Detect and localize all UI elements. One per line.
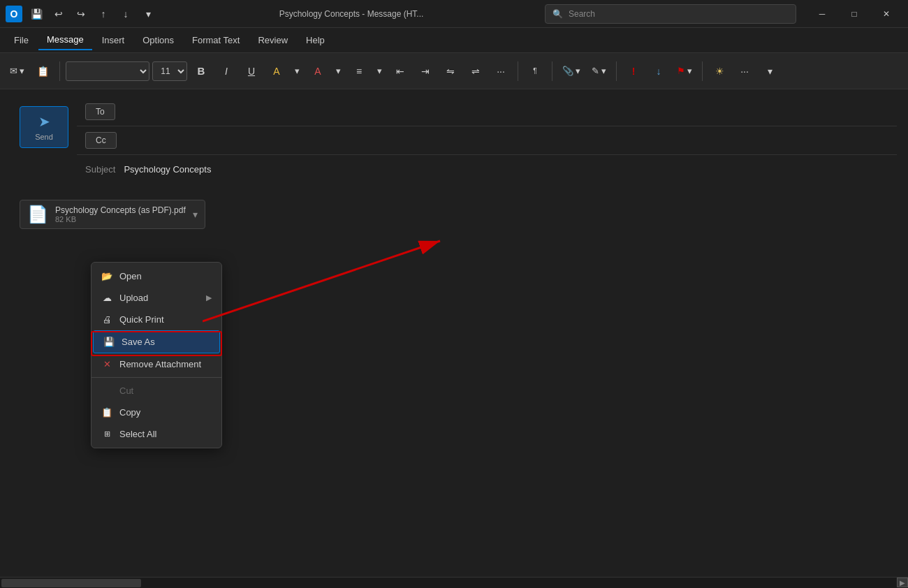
outlook-logo: O xyxy=(6,6,22,22)
ctx-copy-label: Copy xyxy=(119,407,140,418)
low-importance-button[interactable]: ↓ xyxy=(647,60,670,82)
ltr-button[interactable]: ⇌ xyxy=(464,60,487,82)
ctx-quick-print-label: Quick Print xyxy=(119,314,164,325)
window-title: Psychology Concepts - Message (HT... xyxy=(162,9,541,19)
increase-indent-button[interactable]: ⇥ xyxy=(414,60,437,82)
flag-button[interactable]: ⚑ ▾ xyxy=(673,59,696,84)
ctx-open-label: Open xyxy=(119,271,142,281)
font-size-select[interactable]: 11 12 14 xyxy=(152,61,187,81)
bold-button[interactable]: B xyxy=(190,60,212,82)
font-family-select[interactable] xyxy=(66,61,149,81)
signature-button[interactable]: ✎ ▾ xyxy=(587,59,610,84)
move-up-button[interactable]: ↑ xyxy=(94,4,113,24)
subject-label: Subject xyxy=(85,164,115,175)
upload-submenu-arrow: ▶ xyxy=(206,293,212,302)
ctx-copy[interactable]: 📋 Copy xyxy=(91,402,221,423)
signature-dropdown[interactable]: ▾ xyxy=(601,66,606,76)
separator-1 xyxy=(59,61,60,81)
ctx-remove-attachment[interactable]: ✕ Remove Attachment xyxy=(91,353,221,375)
to-row: To xyxy=(77,98,897,126)
menu-help[interactable]: Help xyxy=(298,31,333,50)
attach-dropdown[interactable]: ▾ xyxy=(576,66,580,76)
rtl-button[interactable]: ⇋ xyxy=(439,60,462,82)
menu-format-text[interactable]: Format Text xyxy=(184,31,248,50)
window-controls: ─ □ ✕ xyxy=(806,3,902,25)
underline-button[interactable]: U xyxy=(240,60,263,82)
italic-button[interactable]: I xyxy=(215,60,237,82)
font-color-button[interactable]: A xyxy=(307,60,329,82)
attach-file-button[interactable]: 📎 ▾ xyxy=(558,59,585,84)
redo-button[interactable]: ↪ xyxy=(71,4,91,24)
scroll-right-button[interactable]: ▶ xyxy=(897,578,908,587)
clipboard-button[interactable]: 📋 xyxy=(31,60,54,82)
ctx-quick-print[interactable]: 🖨 Quick Print xyxy=(91,309,221,330)
attachment-file-icon: 📄 xyxy=(27,205,48,224)
copy-icon: 📋 xyxy=(101,407,112,418)
separator-5 xyxy=(702,61,703,81)
ctx-upload-label: Upload xyxy=(119,293,148,303)
high-importance-button[interactable]: ! xyxy=(622,60,645,82)
send-label: Send xyxy=(35,133,53,141)
search-icon: 🔍 xyxy=(552,9,563,19)
bullets-dropdown[interactable]: ▾ xyxy=(373,59,386,84)
move-down-button[interactable]: ↓ xyxy=(116,4,136,24)
menu-options[interactable]: Options xyxy=(134,31,182,50)
subject-row: Subject Psychology Concepts xyxy=(77,155,897,183)
highlight-color-button[interactable]: A xyxy=(265,60,288,82)
font-color-dropdown[interactable]: ▾ xyxy=(332,59,345,84)
maximize-button[interactable]: □ xyxy=(838,3,870,25)
menu-file[interactable]: File xyxy=(6,31,37,50)
ctx-open[interactable]: 📂 Open xyxy=(91,265,221,287)
attachment-dropdown-icon[interactable]: ▾ xyxy=(193,209,198,220)
signature-icon: ✎ xyxy=(592,66,599,76)
customize-dropdown[interactable]: ▾ xyxy=(138,4,158,24)
ctx-save-as-label: Save As xyxy=(122,337,155,347)
flag-icon: ⚑ xyxy=(677,66,685,76)
to-button[interactable]: To xyxy=(85,103,115,120)
bullets-button[interactable]: ≡ xyxy=(348,60,370,82)
upload-icon: ☁ xyxy=(101,293,112,303)
attachment-chip[interactable]: 📄 Psychology Concepts (as PDF).pdf 82 KB… xyxy=(20,200,205,229)
save-button[interactable]: 💾 xyxy=(27,4,46,24)
ctx-save-as[interactable]: 💾 Save As xyxy=(93,330,220,353)
new-email-button[interactable]: ✉ ▾ xyxy=(6,59,29,84)
open-icon: 📂 xyxy=(101,271,112,281)
cc-row: Cc xyxy=(77,126,897,155)
subject-field[interactable]: Psychology Concepts xyxy=(124,164,888,175)
flag-dropdown[interactable]: ▾ xyxy=(687,66,692,76)
title-bar: O 💾 ↩ ↪ ↑ ↓ ▾ Psychology Concepts - Mess… xyxy=(0,0,908,28)
compose-fields: To Cc Subject Psychology Concepts xyxy=(77,98,897,183)
menu-insert[interactable]: Insert xyxy=(94,31,133,50)
ctx-remove-label: Remove Attachment xyxy=(119,359,201,369)
menu-message[interactable]: Message xyxy=(38,30,92,50)
decrease-indent-button[interactable]: ⇤ xyxy=(389,60,411,82)
more-formatting-button[interactable]: ··· xyxy=(490,60,512,82)
save-as-icon: 💾 xyxy=(103,337,115,347)
new-email-dropdown[interactable]: ▾ xyxy=(20,66,24,76)
attachment-area: 📄 Psychology Concepts (as PDF).pdf 82 KB… xyxy=(11,194,897,235)
separator-4 xyxy=(616,61,617,81)
search-bar[interactable]: 🔍 Search xyxy=(545,4,796,24)
cc-button[interactable]: Cc xyxy=(85,132,117,149)
select-all-icon: ⊞ xyxy=(101,429,112,439)
ctx-upload[interactable]: ☁ Upload ▶ xyxy=(91,287,221,309)
remove-icon: ✕ xyxy=(101,359,112,369)
send-button[interactable]: ➤ Send xyxy=(20,106,68,148)
more-options-button[interactable]: ··· xyxy=(733,60,756,82)
menu-review[interactable]: Review xyxy=(249,31,296,50)
send-icon: ➤ xyxy=(38,113,50,130)
toolbar-expand-button[interactable]: ▾ xyxy=(759,60,781,82)
attachment-info: Psychology Concepts (as PDF).pdf 82 KB xyxy=(55,205,186,223)
close-button[interactable]: ✕ xyxy=(870,3,902,25)
minimize-button[interactable]: ─ xyxy=(806,3,838,25)
paragraph-mark-button[interactable]: ¶ xyxy=(524,60,546,82)
undo-button[interactable]: ↩ xyxy=(49,4,68,24)
ctx-select-all[interactable]: ⊞ Select All xyxy=(91,423,221,445)
attachment-size: 82 KB xyxy=(55,215,186,223)
ctx-cut: Cut xyxy=(91,380,221,402)
highlight-dropdown[interactable]: ▾ xyxy=(291,59,304,84)
light-mode-button[interactable]: ☀ xyxy=(708,60,731,82)
formatting-toolbar: ✉ ▾ 📋 11 12 14 B I U A ▾ A ▾ ≡ ▾ ⇤ ⇥ ⇋ ⇌… xyxy=(0,53,908,89)
new-email-icon: ✉ xyxy=(10,66,17,76)
horizontal-scrollbar[interactable]: ▶ xyxy=(0,577,908,588)
